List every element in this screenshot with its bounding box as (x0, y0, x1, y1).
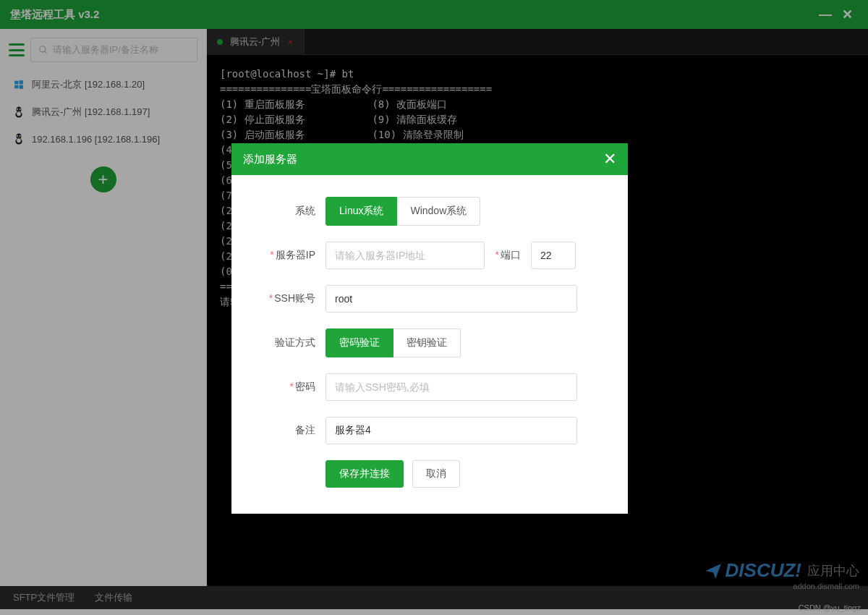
cancel-button[interactable]: 取消 (412, 460, 460, 488)
modal-title: 添加服务器 (243, 153, 603, 166)
remark-label: 备注 (260, 424, 326, 437)
system-linux-option[interactable]: Linux系统 (326, 197, 397, 226)
ip-label: *服务器IP (260, 249, 326, 262)
add-server-modal: 添加服务器 ✕ 系统 Linux系统 Window系统 *服务器IP *端口 *… (231, 143, 628, 514)
auth-key-option[interactable]: 密钥验证 (393, 328, 461, 357)
save-connect-button[interactable]: 保存并连接 (326, 460, 404, 488)
server-ip-input[interactable] (326, 242, 485, 269)
paper-plane-icon (704, 561, 723, 580)
ssh-account-input[interactable] (326, 285, 577, 313)
modal-close-icon[interactable]: ✕ (603, 151, 616, 167)
watermark: DISCUZ!应用中心 addon.dismall.com (704, 559, 859, 590)
csdn-credit: CSDN @yu_tingz (799, 603, 861, 612)
auth-password-option[interactable]: 密码验证 (326, 328, 393, 357)
remark-input[interactable] (326, 417, 577, 444)
port-input[interactable] (531, 242, 576, 269)
password-label: *密码 (260, 381, 326, 394)
ssh-label: *SSH账号 (260, 292, 326, 305)
system-windows-option[interactable]: Window系统 (397, 197, 480, 226)
port-label: *端口 (485, 249, 531, 262)
auth-label: 验证方式 (260, 336, 326, 349)
system-label: 系统 (260, 205, 326, 218)
modal-header: 添加服务器 ✕ (231, 143, 628, 175)
password-input[interactable] (326, 373, 577, 401)
